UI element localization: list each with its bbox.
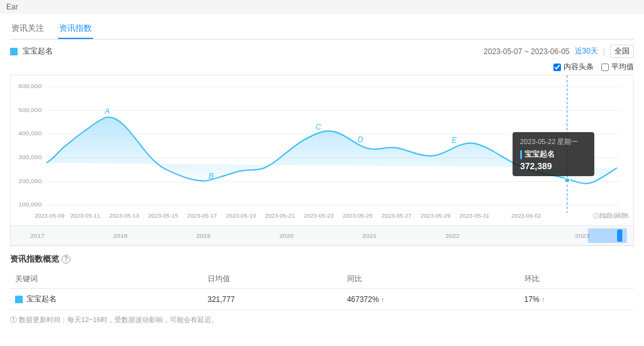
- svg-text:400,000: 400,000: [18, 130, 42, 137]
- svg-text:2021: 2021: [362, 233, 377, 240]
- svg-text:500,000: 500,000: [18, 106, 42, 113]
- svg-rect-33: [11, 226, 633, 245]
- svg-text:2020: 2020: [279, 233, 294, 240]
- svg-text:2023-05-31: 2023-05-31: [460, 213, 489, 219]
- svg-text:E: E: [452, 136, 457, 145]
- tab-news-index[interactable]: 资讯指数: [58, 19, 93, 39]
- keyword-text: 宝宝起名: [26, 294, 57, 304]
- svg-text:2017: 2017: [30, 233, 45, 240]
- checkbox-average-input[interactable]: [601, 64, 609, 71]
- tooltip-value: 372,389: [520, 161, 587, 171]
- col-yoy: 同比: [342, 270, 519, 289]
- info-icon[interactable]: ?: [62, 255, 70, 264]
- svg-text:100,000: 100,000: [18, 201, 42, 208]
- svg-text:B: B: [209, 172, 214, 181]
- svg-point-18: [565, 178, 570, 183]
- svg-text:D: D: [358, 135, 364, 144]
- yoy-value: 467372%: [347, 295, 379, 304]
- separator: |: [603, 47, 605, 56]
- svg-text:2023-05-17: 2023-05-17: [187, 213, 217, 219]
- mom-cell: 17% ↑: [519, 289, 634, 310]
- main-container: 资讯关注 资讯指数 宝宝起名 2023-05-07 ~ 2023-06-05 近…: [0, 14, 644, 330]
- timeline-area[interactable]: 2017 2018 2019 2020 2021 2022 2023: [10, 226, 634, 246]
- svg-text:2023-05-27: 2023-05-27: [382, 213, 411, 219]
- svg-text:2023-05-23: 2023-05-23: [304, 213, 333, 219]
- date-range: 2023-05-07 ~ 2023-06-05: [484, 47, 569, 56]
- table-row: 宝宝起名 321,777 467372% ↑ 17% ↑: [10, 289, 634, 310]
- tab-bar: 资讯关注 资讯指数: [10, 19, 634, 40]
- watermark: @指数据数: [592, 211, 627, 220]
- checkbox-average-label: 平均值: [611, 62, 634, 72]
- checkbox-content-head-label: 内容头条: [564, 62, 594, 72]
- keyword-cell: 宝宝起名: [10, 289, 203, 310]
- svg-text:2023: 2023: [575, 233, 589, 240]
- tab-news-attention[interactable]: 资讯关注: [10, 19, 45, 39]
- checkbox-content-head[interactable]: 内容头条: [553, 62, 594, 72]
- app-title: Ear: [6, 3, 18, 11]
- legend-area: 宝宝起名: [10, 46, 53, 57]
- svg-text:2023-05-11: 2023-05-11: [70, 213, 100, 219]
- controls-right: 2023-05-07 ~ 2023-06-05 近30天 | 全国: [484, 45, 634, 58]
- summary-title-text: 资讯指数概览: [10, 254, 59, 265]
- main-chart: 600,000 500,000 400,000 300,000 200,000 …: [10, 75, 634, 226]
- svg-text:2023-05-19: 2023-05-19: [226, 213, 255, 219]
- svg-text:2023-05-25: 2023-05-25: [343, 213, 372, 219]
- col-daily-avg: 日均值: [203, 270, 342, 289]
- summary-table: 关键词 日均值 同比 环比 宝宝起名 321,777 4: [10, 270, 634, 310]
- svg-text:300,000: 300,000: [18, 153, 42, 160]
- svg-rect-42: [617, 230, 622, 242]
- legend-color-box: [10, 48, 18, 55]
- region-button[interactable]: 全国: [610, 45, 634, 58]
- mom-arrow: ↑: [541, 296, 545, 303]
- svg-text:2023-05-09: 2023-05-09: [35, 213, 64, 219]
- keyword-color-box: [15, 296, 23, 303]
- checkbox-group: 内容头条 平均值: [10, 62, 634, 72]
- mom-value: 17%: [525, 295, 540, 304]
- svg-text:2023-05-13: 2023-05-13: [109, 213, 139, 219]
- svg-text:600,000: 600,000: [18, 82, 42, 89]
- tooltip-color-indicator: [520, 150, 522, 159]
- col-keyword: 关键词: [10, 270, 203, 289]
- tooltip-keyword: 宝宝起名: [525, 149, 555, 160]
- svg-text:C: C: [316, 123, 321, 131]
- period-button[interactable]: 近30天: [575, 46, 598, 57]
- footer-note: ① 数据更新时间：每天12~16时，受数据波动影响，可能会有延迟。: [10, 315, 634, 325]
- chart-controls: 宝宝起名 2023-05-07 ~ 2023-06-05 近30天 | 全国: [10, 45, 634, 58]
- svg-text:2023-05-15: 2023-05-15: [148, 213, 178, 219]
- svg-text:2019: 2019: [196, 233, 211, 240]
- top-bar: Ear: [0, 0, 644, 14]
- svg-text:2023-05-29: 2023-05-29: [421, 213, 450, 219]
- svg-text:2023-06-02: 2023-06-02: [511, 213, 541, 219]
- svg-text:A: A: [104, 108, 110, 116]
- timeline-svg: 2017 2018 2019 2020 2021 2022 2023: [11, 226, 633, 245]
- summary-title: 资讯指数概览 ?: [10, 254, 634, 265]
- svg-text:2018: 2018: [113, 233, 128, 240]
- tooltip-date: 2023-05-22 星期一: [520, 137, 587, 147]
- tooltip-label-row: 宝宝起名: [520, 149, 587, 160]
- svg-text:2023-05-21: 2023-05-21: [265, 213, 294, 219]
- daily-avg-cell: 321,777: [203, 289, 342, 310]
- col-mom: 环比: [519, 270, 634, 289]
- checkbox-average[interactable]: 平均值: [601, 62, 634, 72]
- svg-text:2022: 2022: [445, 233, 460, 240]
- yoy-cell: 467372% ↑: [342, 289, 519, 310]
- chart-tooltip: 2023-05-22 星期一 宝宝起名 372,389: [513, 132, 594, 176]
- yoy-arrow: ↑: [381, 296, 385, 303]
- checkbox-content-head-input[interactable]: [553, 64, 561, 71]
- svg-text:200,000: 200,000: [18, 177, 42, 184]
- summary-section: 资讯指数概览 ? 关键词 日均值 同比 环比 宝宝起名: [10, 254, 634, 325]
- legend-label: 宝宝起名: [23, 46, 53, 57]
